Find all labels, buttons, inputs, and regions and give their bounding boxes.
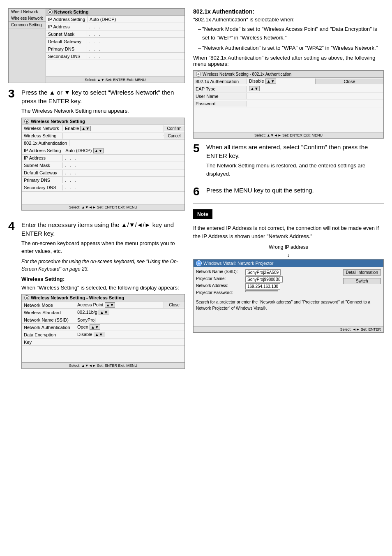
win-label: Projector Name: — [196, 276, 245, 281]
wireless-setting-desc: When "Wireless Setting" is selected, the… — [21, 284, 185, 292]
row-wireless-standard: Wireless Standard 802.11b/g ▲▼ — [22, 309, 184, 316]
win-buttons: Detail Information Switch — [343, 269, 381, 296]
cell-value: Disable ▲▼ — [75, 331, 184, 338]
cell-label: IP Address — [22, 155, 63, 161]
cell-value: Auto (DHCP) ▲▼ — [63, 148, 184, 154]
step-5: 5 When all items are entered, select "Co… — [193, 143, 384, 180]
cell-label: Secondary DNS — [22, 185, 63, 190]
win-row-projector-pw: Projector Password: — [196, 290, 340, 295]
arrow-icon[interactable]: ▲▼ — [99, 310, 109, 315]
cell-label: Wireless Setting — [22, 133, 63, 139]
menu-row-gateway: Default Gateway . . . — [46, 38, 184, 45]
row-label: Secondary DNS — [46, 53, 87, 59]
arrow-icon[interactable]: ▲▼ — [105, 302, 115, 308]
tab-wired-network[interactable]: Wired Network — [9, 9, 46, 15]
cell-value: . . . — [63, 162, 184, 168]
row-subnet: Subnet Mask . . . — [22, 162, 184, 169]
row-wireless-network: Wireless Network Enable ▲▼ Confirm — [22, 125, 184, 132]
menu-row-subnet: Subnet Mask . . . — [46, 30, 184, 38]
step-content: Press the MENU key to quit the setting. — [206, 186, 384, 196]
menu-footer: Select: ▲▼◄► Set: ENTER Exit: MENU — [22, 204, 184, 210]
row-value: . . . — [87, 53, 184, 59]
cell-label: Data Encryption — [22, 332, 75, 338]
arrow-icon[interactable]: ▲▼ — [265, 79, 276, 84]
row-label: IP Address — [46, 24, 87, 30]
cell-value: . . . — [63, 170, 184, 176]
row-network-auth: Network Authentication Open ▲▼ — [22, 324, 184, 331]
tab-wireless-network[interactable]: Wireless Network — [9, 15, 46, 22]
row-label: IP Address Setting — [46, 16, 88, 22]
cell-value — [63, 135, 164, 136]
switch-button[interactable]: Switch — [343, 278, 381, 284]
row-eap: EAP Type ▲▼ — [194, 85, 383, 93]
cancel-button[interactable]: Cancel — [164, 133, 184, 139]
close-button[interactable]: Close — [315, 79, 383, 84]
globe-icon: ⊕ — [48, 9, 53, 14]
arrow-icon[interactable]: ▲▼ — [249, 86, 260, 91]
row-primary: Primary DNS . . . — [22, 177, 184, 184]
cell-label: Key — [22, 339, 75, 345]
menu-body: Wireless Network Enable ▲▼ Confirm Wirel… — [22, 125, 184, 204]
auth-when: When "802.1x Authentication" is selected… — [193, 55, 384, 67]
cell-label: Password — [194, 101, 247, 107]
arrow-icon[interactable]: ▲▼ — [94, 332, 104, 337]
auth-intro: "802.1x Authentication" is selectable wh… — [193, 16, 384, 23]
step-sub: The Wireless Network Setting menu appear… — [21, 107, 185, 115]
menu-rows: IP Address Setting Auto (DHCP) IP Addres… — [46, 16, 184, 76]
confirm-button[interactable]: Confirm — [164, 126, 184, 131]
wrong-ip-section: Wrong IP address ↓ ⊕ Windows Vista® Netw… — [193, 244, 384, 333]
auth-bullet-2: "Network Authentication" is set to "WPA"… — [198, 44, 384, 53]
cell-value: Access Point ▲▼ — [75, 302, 164, 308]
network-setting-menu: Wired Network Wireless Network Common Se… — [8, 8, 185, 83]
globe-icon: ⊕ — [196, 72, 201, 76]
arrow-icon[interactable]: ▲▼ — [80, 126, 91, 131]
tab-common-setting[interactable]: Common Setting — [9, 22, 46, 28]
win-info-left: Network Name (SSID): SonyProj2EA509 Proj… — [196, 269, 340, 296]
cell-label: 802.1x Authentication — [22, 140, 69, 146]
row-label: Subnet Mask — [46, 31, 87, 37]
menu-footer: Select: ▲▼◄► Set: ENTER Exit: MENU — [22, 362, 184, 368]
row-802-auth: 802.1x Authentication Disable ▲▼ Close — [194, 78, 383, 85]
row-value: . . . — [87, 24, 184, 30]
cell-value: SonyProj — [75, 317, 184, 323]
cell-value — [247, 103, 383, 104]
win-footer: Select: ◄► Set: ENTER — [194, 326, 383, 332]
arrow-icon[interactable]: ▲▼ — [93, 148, 104, 153]
row-secondary: Secondary DNS . . . — [22, 184, 184, 192]
cell-label: Network Name (SSID) — [22, 317, 75, 323]
cell-value: ▲▼ — [247, 86, 383, 92]
menu-body: Network Mode Access Point ▲▼ Close Wirel… — [22, 301, 184, 362]
win-row-address: Network Address: 169.254.163.130 — [196, 283, 340, 290]
step-title: Enter the necessary items using the ▲/▼/… — [21, 220, 185, 238]
row-username: User Name — [194, 93, 383, 100]
cell-label: Network Authentication — [22, 324, 75, 330]
detail-info-button[interactable]: Detail Information — [343, 269, 381, 276]
row-data-encryption: Data Encryption Disable ▲▼ — [22, 331, 184, 338]
cell-label: Network Mode — [22, 302, 75, 308]
step-sub: The on-screen keyboard appears when the … — [21, 239, 185, 255]
cell-label: 802.1x Authentication — [194, 79, 247, 84]
auth-bullet-1: "Network Mode" is set to "Wireless Acces… — [198, 25, 384, 42]
cell-value — [247, 96, 383, 97]
step-sub: The Network Setting menu is restored, an… — [206, 162, 384, 178]
right-column: 802.1x Authentication: "802.1x Authentic… — [193, 8, 384, 548]
arrow-indicator: ↓ — [193, 252, 384, 258]
note-label: Note — [193, 209, 212, 219]
auth-bullets: "Network Mode" is set to "Wireless Acces… — [198, 25, 384, 52]
cell-value: . . . — [63, 155, 184, 161]
win-label: Network Address: — [196, 283, 245, 288]
close-button[interactable]: Close — [164, 302, 184, 308]
win-value: SonyProj2EA509 — [245, 269, 281, 276]
step-4: 4 Enter the necessary items using the ▲/… — [8, 220, 185, 373]
win-label: Network Name (SSID): — [196, 269, 245, 274]
row-ssid: Network Name (SSID) SonyProj — [22, 316, 184, 324]
auth-menu-title: ⊕ Wireless Network Setting - 802.1x Auth… — [194, 71, 383, 78]
cell-value: . . . — [63, 185, 184, 190]
globe-icon: ⊕ — [24, 119, 29, 124]
cell-value — [75, 342, 184, 343]
arrow-icon[interactable]: ▲▼ — [90, 324, 100, 330]
step-3: 3 Press the ▲ or ▼ key to select "Wirele… — [8, 88, 185, 215]
menu-title-bar: ⊕ Wireless Network Setting - Wireless Se… — [22, 294, 184, 301]
win-body-text: Search for a projector or enter the "Net… — [196, 299, 381, 311]
note-text: If the entered IP Address is not correct… — [193, 224, 384, 240]
